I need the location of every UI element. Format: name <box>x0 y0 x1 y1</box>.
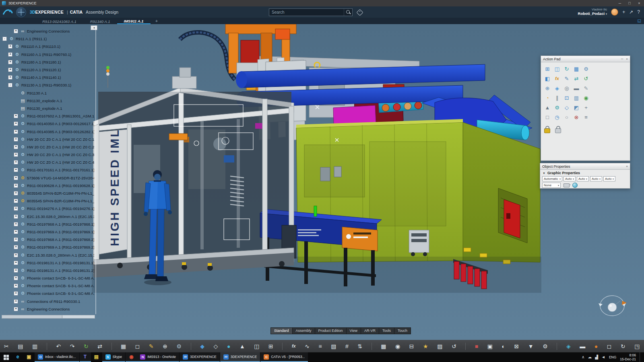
action-pad-icon[interactable]: ○ <box>562 113 571 121</box>
taskbar-3dexperience-1[interactable]: 3D3DEXPERIENCE <box>180 352 220 362</box>
tray-volume-icon[interactable]: ◄ <box>601 355 605 359</box>
toolbar-icon[interactable]: ⊠ <box>514 343 519 349</box>
toolbar-icon[interactable]: ▼ <box>528 343 534 349</box>
tree-expander[interactable]: + <box>14 237 18 242</box>
tree-collapse-button[interactable]: ◄ <box>91 25 97 30</box>
tree-expander[interactable]: + <box>14 284 18 288</box>
toolbar-icon[interactable]: ▨ <box>437 343 442 349</box>
action-pad-icon[interactable]: fx <box>553 74 561 83</box>
tree-item[interactable]: +⚙8035545 SPAN-B2R-G18M-PN-PN-L1_A3 <box>0 189 94 197</box>
action-pad-icon[interactable]: ∥ <box>553 93 561 102</box>
tree-item[interactable]: +⚙Phoenix contact SACB- 6-3-L-SC-M8 A.1 … <box>0 282 94 290</box>
toolbar-icon[interactable]: ◻ <box>135 343 140 349</box>
tree-expander[interactable]: + <box>14 299 18 304</box>
ribbon-tab-standard[interactable]: Standard <box>270 327 292 334</box>
tree-item[interactable]: +⚙R91140 A.1 (R91140.1) <box>0 74 94 81</box>
ribbon-tab-touch[interactable]: Touch <box>394 327 411 334</box>
tree-expander[interactable]: + <box>14 268 18 273</box>
tree-expander[interactable]: + <box>14 160 18 165</box>
copy-icon[interactable]: ▤ <box>18 343 23 349</box>
action-pad-icon[interactable]: ◉ <box>582 93 590 102</box>
action-pad-icon[interactable]: ⚙ <box>553 103 561 112</box>
taskbar-outlook[interactable]: OInbox - vladimir.ilic... <box>35 352 79 362</box>
section-caret-icon[interactable]: ▼ <box>543 172 545 175</box>
tree-item[interactable]: +⚙E2C.15.30.028.0_280mm A.1 (E2C.15.30.0 <box>0 213 94 220</box>
tree-item[interactable]: +⚙R911-00194276 A.1 (R911-00194276.1) <box>0 205 94 212</box>
redo-icon[interactable]: ↷ <box>70 343 75 349</box>
tree-expander[interactable]: + <box>14 176 18 180</box>
taskbar-onenote[interactable]: NIMS913 - OneNote <box>137 352 179 362</box>
action-pad-icon[interactable]: ✎ <box>582 84 590 93</box>
ribbon-tab-assembly[interactable]: Assembly <box>292 327 315 334</box>
tree-expander[interactable]: + <box>8 44 12 49</box>
document-tab[interactable]: R913-00241083 A.1 <box>35 18 83 24</box>
tree-splitter[interactable] <box>95 25 96 314</box>
tree-item[interactable]: +⚙R911-00198131 A.1 (R911-00198131.2) <box>0 267 94 274</box>
ribbon-tab-product-edition[interactable]: Product Edition <box>315 327 346 334</box>
action-pad-icon[interactable]: ▥ <box>572 93 581 102</box>
tree-item[interactable]: +∞Engineering Connections <box>0 27 94 35</box>
tree-item[interactable]: +⚙E2C.15.30.028.0_280mm A.1 (E2C.15.30.0 <box>0 251 94 259</box>
panel-minimize-icon[interactable]: ─ <box>621 58 623 61</box>
action-pad-icon[interactable]: ⊕ <box>543 84 552 93</box>
maximize-button[interactable]: □ <box>625 0 634 6</box>
material-sphere-icon[interactable] <box>572 183 578 188</box>
action-pad-icon[interactable]: ◎ <box>562 84 571 93</box>
action-pad-icon[interactable]: ▬ <box>572 84 581 93</box>
tree-item[interactable]: +⚙R911-00140350 A.1 (R903-00126617.1) <box>0 120 94 128</box>
tree-expander[interactable]: + <box>14 222 18 226</box>
tree-expander[interactable]: + <box>14 199 18 203</box>
exchange-icon[interactable]: ⇄ <box>97 343 102 349</box>
action-pad-icon[interactable]: ⇄ <box>572 74 581 83</box>
user-block[interactable]: Vladimir Ilic Roboti_Podaci ▾ <box>578 8 607 16</box>
action-pad-icon[interactable]: ↺ <box>582 74 590 83</box>
start-button[interactable] <box>0 352 12 362</box>
toolbar-icon[interactable]: ⚙ <box>543 343 548 349</box>
add-button[interactable]: + <box>622 10 625 14</box>
tree-expander[interactable]: + <box>14 29 18 33</box>
tree-item[interactable]: +⚙R91180 A.1 (R91180.1) <box>0 58 94 66</box>
new-tab-button[interactable]: + <box>151 18 163 24</box>
avatar[interactable] <box>611 8 618 16</box>
toolbar-icon[interactable]: ⊞ <box>268 343 273 349</box>
update-icon[interactable]: ↻ <box>84 343 89 349</box>
tree-item[interactable]: +⚙HW 20 CC Z0 C A.1 (HW 20 CC Z0 C.1) <box>0 136 94 143</box>
tree-expander[interactable]: + <box>14 307 18 311</box>
tree-item[interactable]: +⚙R911-00140385 A.1 (R903-00126282.1) <box>0 128 94 135</box>
tree-expander[interactable]: + <box>14 145 18 149</box>
expand-corner-icon[interactable]: ◱ <box>638 19 641 23</box>
taskbar-teams[interactable]: T <box>80 352 91 362</box>
action-pad-icon[interactable]: ▦ <box>572 64 581 73</box>
tree-scrollbar[interactable] <box>2 315 95 319</box>
ribbon-tab-view[interactable]: View <box>346 327 361 334</box>
tree-item[interactable]: +⚙R911-00197869 A.1 (R911-00197869.2) <box>0 243 94 251</box>
toolbar-icon[interactable]: ◆ <box>200 343 204 349</box>
action-pad-icon[interactable]: ⊡ <box>562 93 571 102</box>
tree-item[interactable]: +⚙8035545 SPAN-B2R-G18M-PN-PN-L1_A3 <box>0 197 94 205</box>
tray-cloud-icon[interactable]: ☁ <box>588 355 592 359</box>
graphic-prop-select[interactable]: Automatic▾ <box>542 176 562 181</box>
tree-expander[interactable]: - <box>8 83 12 87</box>
action-pad-icon[interactable]: ▲ <box>543 103 552 112</box>
minimize-button[interactable]: ─ <box>615 0 625 6</box>
tree-item[interactable]: +∞Engineering Connections <box>0 305 94 313</box>
toolbar-icon[interactable]: ◻ <box>607 343 612 349</box>
action-pad-icon[interactable]: ⚙ <box>582 64 590 73</box>
taskbar-3dexperience-2[interactable]: 3D3DEXPERIENCE <box>220 352 260 362</box>
tree-expander[interactable]: + <box>14 261 18 265</box>
tree-item[interactable]: +⚙HW 20 CC Z0 C A.1 (HW 20 CC Z0 C.4) <box>0 158 94 166</box>
tree-item[interactable]: +⚙Phoenix contact SACB- 6-3-L-SC-M8 A.1 … <box>0 290 94 297</box>
taskbar-catia-v5[interactable]: CCATIA V5 - [PR0053... <box>260 352 308 362</box>
graphic-prop-select[interactable]: Auto▾ <box>564 176 576 181</box>
tree-expander[interactable]: + <box>8 75 12 80</box>
painter-icon[interactable] <box>564 183 570 187</box>
toolbar-icon[interactable]: ↻ <box>621 343 625 349</box>
tree-expander[interactable]: + <box>14 137 18 142</box>
toolbar-icon[interactable]: ≡ <box>319 343 322 349</box>
help-icon[interactable]: ? <box>637 10 640 14</box>
tree-expander[interactable]: + <box>14 191 18 195</box>
taskbar-file-explorer[interactable]: ▣ <box>23 352 35 362</box>
tree-item[interactable]: +⚙R91120 A.1 (R91120.1) <box>0 66 94 74</box>
panel-close-icon[interactable]: × <box>626 165 628 168</box>
tree-expander[interactable]: + <box>14 291 18 296</box>
